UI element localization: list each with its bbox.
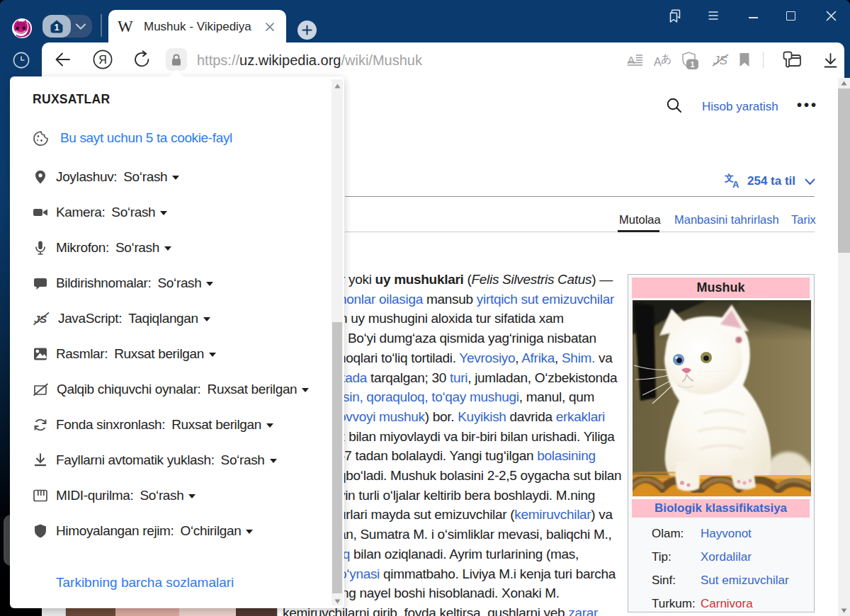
svg-text:Я: Я — [98, 54, 107, 66]
svg-text:あ: あ — [661, 52, 671, 64]
svg-text:1: 1 — [54, 22, 59, 33]
svg-text:A: A — [732, 179, 740, 188]
svg-text:A: A — [628, 54, 635, 66]
svg-text:1: 1 — [690, 60, 694, 69]
